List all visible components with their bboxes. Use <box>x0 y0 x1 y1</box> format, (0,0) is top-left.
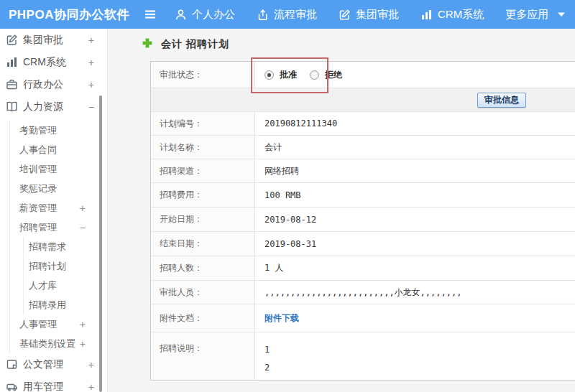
form-row-plan-number: 计划编号： 20190812111340 <box>151 112 575 136</box>
collapse-icon[interactable]: − <box>80 222 86 233</box>
form-row-description: 招聘说明： 1 2 <box>151 332 575 380</box>
sidebar-item-documents[interactable]: 公文管理 + <box>0 353 107 375</box>
form-row-status: 审批状态： 批准 拒绝 <box>151 62 575 88</box>
expand-icon[interactable]: + <box>80 338 86 350</box>
form-row-actions: 审批信息 <box>151 88 575 112</box>
app-window: PHPOA协同办公软件 个人办公 流程审批 集团审批 <box>0 0 575 392</box>
sidebar-scrollbar[interactable] <box>99 95 102 392</box>
sidebar-item-training[interactable]: 培训管理 <box>10 159 107 179</box>
briefcase-icon <box>6 78 18 90</box>
channel-value: 网络招聘 <box>255 159 575 182</box>
approvers-value: ,,,,,,,,,,,,,,,,,,,,,,,,,小龙女,,,,,,,, <box>255 281 575 304</box>
plan-number-value: 20190812111340 <box>255 112 575 135</box>
sidebar-item-admin-office[interactable]: 行政办公 + <box>0 73 107 95</box>
top-header: PHPOA协同办公软件 个人办公 流程审批 集团审批 <box>0 0 575 29</box>
edit-icon <box>339 9 351 21</box>
field-label: 审批状态： <box>151 62 255 88</box>
sidebar-item-attendance[interactable]: 考勤管理 <box>10 121 107 140</box>
sidebar-item-hr-contract[interactable]: 人事合同 <box>10 140 107 159</box>
top-navigation: 个人办公 流程审批 集团审批 CRM系统 更多应用 <box>175 0 566 29</box>
expand-icon[interactable]: + <box>88 57 94 68</box>
form-row-cost: 招聘费用： 100 RMB <box>151 183 575 207</box>
document-icon <box>6 358 18 370</box>
form-row-headcount: 招聘人数： 1 人 <box>151 256 575 281</box>
edit-icon <box>6 34 18 46</box>
approval-info-button[interactable]: 审批信息 <box>477 93 526 108</box>
page-title-text: 会计 招聘计划 <box>161 38 229 51</box>
attachment-download-link[interactable]: 附件下载 <box>264 312 299 325</box>
expand-icon[interactable]: + <box>88 359 94 370</box>
radio-reject-button[interactable] <box>310 70 319 80</box>
sidebar-item-base-category[interactable]: 基础类别设置 + <box>10 334 107 353</box>
nav-crm-system[interactable]: CRM系统 <box>420 8 484 22</box>
add-icon <box>142 37 153 52</box>
radio-approve[interactable]: 批准 <box>264 69 297 81</box>
car-icon <box>6 381 18 392</box>
sidebar-item-recruit-plan[interactable]: 招聘计划 <box>24 256 107 276</box>
expand-icon[interactable]: + <box>88 381 94 392</box>
end-date-value: 2019-08-31 <box>255 232 575 256</box>
user-icon <box>175 9 187 21</box>
cost-value: 100 RMB <box>255 183 575 207</box>
recruitment-submenu: 招聘需求 招聘计划 人才库 招聘录用 <box>23 237 107 314</box>
sidebar-item-recruit-hire[interactable]: 招聘录用 <box>24 295 107 314</box>
sidebar-item-vehicle[interactable]: 用车管理 + <box>0 375 107 392</box>
page-title: 会计 招聘计划 <box>142 37 229 52</box>
headcount-value: 1 人 <box>255 256 575 280</box>
form-row-attachment: 附件文档： 附件下载 <box>151 304 575 332</box>
recruitment-plan-form: 审批状态： 批准 拒绝 审批信息 <box>150 61 575 381</box>
sidebar-item-rewards[interactable]: 奖惩记录 <box>10 179 107 198</box>
chart-icon <box>6 56 18 68</box>
main-content: 会计 招聘计划 审批状态： 批准 拒绝 <box>108 29 575 392</box>
sidebar-item-recruitment[interactable]: 招聘管理 − <box>10 218 107 237</box>
sidebar-item-crm[interactable]: CRM系统 + <box>0 51 107 73</box>
menu-icon[interactable] <box>144 8 157 21</box>
sidebar-item-salary[interactable]: 薪资管理 + <box>10 198 107 218</box>
expand-icon[interactable]: + <box>88 79 94 90</box>
sidebar-item-talent-pool[interactable]: 人才库 <box>24 276 107 295</box>
start-date-value: 2019-08-12 <box>255 207 575 231</box>
approval-status-radio-group: 批准 拒绝 <box>264 69 342 81</box>
expand-icon[interactable]: + <box>88 34 94 46</box>
form-row-end-date: 结束日期： 2019-08-31 <box>151 232 575 256</box>
sidebar-item-hr[interactable]: 人力资源 − <box>0 95 107 118</box>
nav-process-approval[interactable]: 流程审批 <box>257 8 317 22</box>
caret-down-icon[interactable] <box>557 11 566 17</box>
sidebar: 集团审批 + CRM系统 + 行政办公 + 人力资源 − 考勤管理 <box>0 29 108 392</box>
form-row-plan-name: 计划名称： 会计 <box>151 136 575 159</box>
sidebar-item-group-approval[interactable]: 集团审批 + <box>0 29 107 51</box>
collapse-icon[interactable]: − <box>88 101 94 113</box>
radio-reject[interactable]: 拒绝 <box>310 69 342 81</box>
nav-more-apps[interactable]: 更多应用 <box>505 8 548 22</box>
description-value: 1 2 <box>255 332 575 380</box>
nav-personal-office[interactable]: 个人办公 <box>175 8 235 22</box>
chart-icon <box>420 9 433 21</box>
expand-icon[interactable]: + <box>80 319 86 330</box>
form-row-channel: 招聘渠道： 网络招聘 <box>151 159 575 183</box>
radio-approve-button[interactable] <box>264 70 274 80</box>
book-icon <box>6 101 18 113</box>
form-row-start-date: 开始日期： 2019-08-12 <box>151 207 575 232</box>
expand-icon[interactable]: + <box>80 202 86 214</box>
process-icon <box>257 9 269 21</box>
sidebar-item-recruit-demand[interactable]: 招聘需求 <box>24 237 107 256</box>
sidebar-item-personnel[interactable]: 人事管理 + <box>10 314 107 334</box>
app-logo: PHPOA协同办公软件 <box>9 0 129 29</box>
hr-submenu: 考勤管理 人事合同 培训管理 奖惩记录 薪资管理 + 招聘管理 − 招聘需求 <box>9 121 107 353</box>
form-row-approvers: 审批人员： ,,,,,,,,,,,,,,,,,,,,,,,,,小龙女,,,,,,… <box>151 281 575 304</box>
nav-group-approval[interactable]: 集团审批 <box>339 8 399 22</box>
plan-name-value: 会计 <box>255 136 575 159</box>
